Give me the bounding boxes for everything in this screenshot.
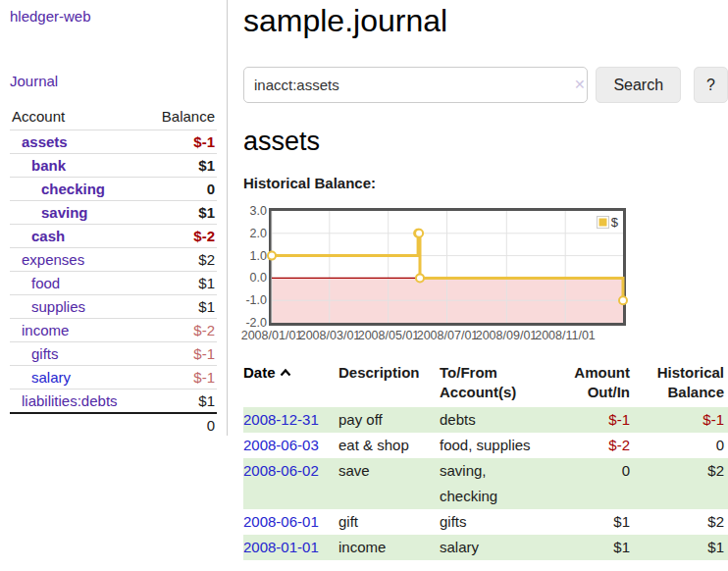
transaction-date-link[interactable]: 2008-12-31 bbox=[243, 411, 319, 428]
register-row: 2008-06-03eat & shopfood, supplies$-20 bbox=[243, 433, 728, 458]
account-link[interactable]: income bbox=[22, 322, 69, 338]
transaction-date-link[interactable]: 2008-06-02 bbox=[243, 462, 319, 479]
register-row: 2008-12-31pay offdebts$-1$-1 bbox=[243, 407, 728, 433]
account-balance: $1 bbox=[145, 389, 217, 414]
sidebar-item-journal[interactable]: Journal bbox=[10, 73, 58, 89]
transaction-accounts: gifts bbox=[440, 509, 551, 535]
brand-link[interactable]: hledger-web bbox=[10, 8, 91, 25]
y-axis-tick-label: 1.0 bbox=[237, 248, 267, 264]
clear-search-icon[interactable]: ✕ bbox=[574, 76, 586, 93]
x-axis-tick-label: 2008/11/01 bbox=[535, 329, 596, 342]
search-form: ✕ Search ? bbox=[243, 67, 728, 103]
transaction-date-cell: 2008-12-31 bbox=[243, 407, 338, 433]
y-axis-tick-label: 0.0 bbox=[237, 270, 267, 286]
account-row: food$1 bbox=[10, 272, 217, 295]
account-row: supplies$1 bbox=[10, 295, 217, 319]
transaction-accounts: debts bbox=[440, 407, 551, 433]
account-balance: $-2 bbox=[145, 319, 217, 342]
account-row: salary$-1 bbox=[10, 366, 217, 389]
transaction-description: pay off bbox=[338, 407, 440, 433]
account-link[interactable]: salary bbox=[31, 369, 71, 386]
accounts-table-header: Account Balance bbox=[10, 104, 217, 130]
x-axis-tick-label: 2008/05/01 bbox=[358, 329, 420, 342]
y-axis-tick-label: 3.0 bbox=[237, 203, 267, 219]
y-axis-tick-label: 2.0 bbox=[237, 226, 267, 241]
transaction-description: gift bbox=[338, 509, 440, 535]
transaction-description: save bbox=[338, 458, 440, 509]
register-table-body: 2008-12-31pay offdebts$-1$-12008-06-03ea… bbox=[243, 407, 728, 560]
account-link[interactable]: cash bbox=[31, 228, 65, 244]
account-link[interactable]: supplies bbox=[31, 298, 85, 315]
chart-plot-area: $ bbox=[269, 208, 626, 326]
x-axis-tick-label: 2008/07/01 bbox=[417, 329, 479, 342]
accounts-column-header: To/From Account(s) bbox=[440, 361, 551, 407]
help-button[interactable]: ? bbox=[694, 67, 728, 103]
register-header-row: Date Description To/From Account(s) Amou… bbox=[243, 361, 728, 407]
transaction-date-link[interactable]: 2008-06-03 bbox=[243, 437, 319, 453]
y-axis-tick-label: -1.0 bbox=[237, 292, 267, 308]
account-link[interactable]: gifts bbox=[31, 345, 59, 362]
account-row: saving$1 bbox=[10, 201, 217, 225]
account-balance: $-1 bbox=[145, 130, 217, 154]
transaction-date-cell: 2008-01-01 bbox=[243, 535, 338, 560]
transaction-balance: $-1 bbox=[634, 407, 728, 433]
transaction-amount: $1 bbox=[551, 535, 634, 560]
account-balance: $2 bbox=[145, 248, 217, 272]
transaction-accounts: saving, checking bbox=[440, 458, 551, 509]
account-row: income$-2 bbox=[10, 319, 217, 342]
account-link[interactable]: bank bbox=[31, 157, 66, 174]
main-content: sample.journal ✕ Search ? assets Histori… bbox=[243, 0, 728, 560]
transaction-date-cell: 2008-06-03 bbox=[243, 433, 338, 458]
sort-ascending-icon bbox=[280, 363, 291, 380]
account-balance: $-2 bbox=[145, 225, 217, 248]
balance-column-header-register: Historical Balance bbox=[634, 361, 728, 407]
x-axis-tick-label: 2008/03/01 bbox=[299, 329, 361, 342]
description-column-header: Description bbox=[338, 361, 440, 407]
historical-balance-chart: $ 3.02.01.00.0-1.0-2.02008/01/012008/03/… bbox=[243, 204, 728, 344]
balance-column-header: Balance bbox=[145, 104, 217, 130]
account-link[interactable]: food bbox=[31, 275, 60, 291]
transaction-description: eat & shop bbox=[338, 433, 440, 458]
account-row: bank$1 bbox=[10, 154, 217, 178]
account-row: expenses$2 bbox=[10, 248, 217, 272]
account-table-body: assets$-1bank$1checking0saving$1cash$-2e… bbox=[10, 130, 217, 414]
transaction-balance: $2 bbox=[634, 458, 728, 509]
account-balance: $-1 bbox=[145, 342, 217, 366]
register-row: 2008-06-01giftgifts$1$2 bbox=[243, 509, 728, 535]
account-column-header: Account bbox=[10, 104, 145, 130]
search-input[interactable] bbox=[243, 67, 588, 103]
search-button[interactable]: Search bbox=[596, 67, 681, 103]
transaction-accounts: salary bbox=[440, 535, 551, 560]
legend-swatch-icon bbox=[597, 216, 609, 229]
date-column-header[interactable]: Date bbox=[243, 361, 338, 407]
account-link[interactable]: liabilities:debts bbox=[22, 392, 118, 409]
account-balance: $1 bbox=[145, 201, 217, 225]
amount-column-header: Amount Out/In bbox=[551, 361, 634, 407]
transaction-amount: $1 bbox=[551, 509, 634, 535]
account-balance: $1 bbox=[145, 272, 217, 295]
transaction-date-link[interactable]: 2008-06-01 bbox=[243, 513, 319, 530]
transaction-amount: $-2 bbox=[551, 433, 634, 458]
x-axis-tick-label: 2008/09/01 bbox=[476, 329, 538, 342]
account-link[interactable]: assets bbox=[22, 133, 68, 150]
account-row: liabilities:debts$1 bbox=[10, 389, 217, 414]
chart-legend: $ bbox=[596, 214, 619, 231]
register-table: Date Description To/From Account(s) Amou… bbox=[243, 361, 728, 560]
sidebar: hledger-web Journal Account Balance asse… bbox=[0, 0, 228, 436]
legend-label: $ bbox=[611, 215, 618, 230]
account-link[interactable]: checking bbox=[41, 181, 105, 197]
chart-canvas bbox=[272, 211, 623, 323]
account-balance: $1 bbox=[145, 154, 217, 178]
account-row: assets$-1 bbox=[10, 130, 217, 154]
x-axis-tick-label: 2008/01/01 bbox=[241, 329, 303, 342]
accounts-table: Account Balance assets$-1bank$1checking0… bbox=[10, 104, 217, 437]
account-row: gifts$-1 bbox=[10, 342, 217, 366]
account-link[interactable]: saving bbox=[41, 204, 88, 221]
transaction-date-cell: 2008-06-02 bbox=[243, 458, 338, 509]
account-row: cash$-2 bbox=[10, 225, 217, 248]
account-balance: 0 bbox=[145, 178, 217, 201]
transaction-date-link[interactable]: 2008-01-01 bbox=[243, 539, 319, 555]
account-link[interactable]: expenses bbox=[22, 251, 84, 268]
transaction-balance: $1 bbox=[634, 535, 728, 560]
account-balance: $-1 bbox=[145, 366, 217, 389]
